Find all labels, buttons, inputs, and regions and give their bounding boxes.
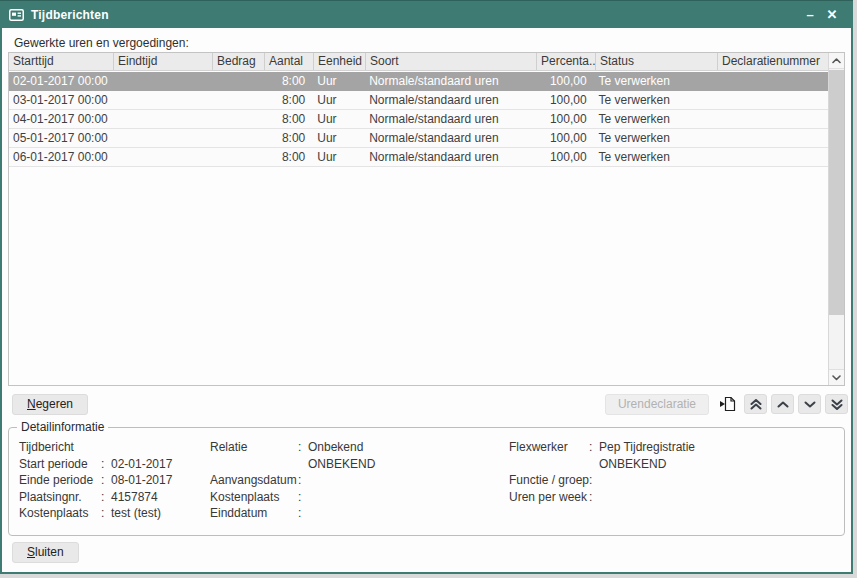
detail-row: Kostenplaats:test (test) [19,506,172,523]
scrollbar-thumb[interactable] [829,70,844,315]
worked-hours-table: StarttijdEindtijdBedragAantalEenheidSoor… [8,52,845,386]
last-record-button[interactable] [825,394,848,414]
detail-colon: : [298,473,308,490]
detail-label: Einddatum [210,506,298,523]
column-header-eenheid[interactable]: Eenheid [314,53,366,70]
column-header-soort[interactable]: Soort [366,53,537,70]
table-row[interactable]: 02-01-2017 00:008:00UurNormale/standaard… [9,72,828,91]
cell-starttijd: 03-01-2017 00:00 [9,91,114,109]
column-header-declaratienummer[interactable]: Declaratienummer [718,53,830,70]
detail-row: ONBEKEND [210,457,375,474]
cell-percentage: 100,00 [536,110,595,128]
column-header-eindtijd[interactable]: Eindtijd [114,53,213,70]
cell-percentage: 100,00 [536,72,595,90]
cell-status: Te verwerken [595,72,717,90]
cell-eenheid: Uur [313,129,365,147]
cell-soort: Normale/standaard uren [365,129,536,147]
detail-value: 08-01-2017 [111,473,172,490]
cell-eindtijd [114,110,213,128]
cell-status: Te verwerken [595,148,717,166]
detail-label [509,457,589,474]
detail-value: ONBEKEND [599,457,666,474]
sluiten-label: S [27,545,35,559]
chevron-up-icon [777,401,789,408]
sluiten-button[interactable]: Sluiten [12,542,79,563]
vertical-scrollbar[interactable] [828,53,844,385]
cell-declaratienummer [716,129,828,147]
action-button-row: Negeren Urendeclaratie [12,392,848,416]
detail-colon [101,440,111,457]
minimize-button[interactable]: – [799,4,821,26]
cell-soort: Normale/standaard uren [365,91,536,109]
titlebar[interactable]: Tijdberichten – ✕ [0,0,853,28]
next-record-button[interactable] [798,394,821,414]
column-header-status[interactable]: Status [596,53,718,70]
detail-colon [589,457,599,474]
detail-label: Kostenplaats [19,506,101,523]
detail-label: Start periode [19,457,101,474]
detail-label: Functie / groep [509,473,589,490]
cell-starttijd: 02-01-2017 00:00 [9,72,114,90]
table-row[interactable]: 05-01-2017 00:008:00UurNormale/standaard… [9,129,828,148]
detail-colon: : [589,490,599,507]
double-chevron-down-icon [831,399,843,410]
tijdberichten-window: Tijdberichten – ✕ Gewerkte uren en vergo… [0,0,853,574]
table-row[interactable]: 03-01-2017 00:008:00UurNormale/standaard… [9,91,828,110]
column-header-aantal[interactable]: Aantal [265,53,314,70]
goto-document-icon[interactable] [719,396,737,412]
detail-label: Relatie [210,440,298,457]
cell-starttijd: 05-01-2017 00:00 [9,129,114,147]
detail-value: 4157874 [111,490,158,507]
column-header-starttijd[interactable]: Starttijd [9,53,114,70]
cell-aantal: 8:00 [264,91,313,109]
urendeclaratie-button[interactable]: Urendeclaratie [605,394,709,415]
detail-row: ONBEKEND [509,457,695,474]
detail-row: Einddatum: [210,506,375,523]
cell-aantal: 8:00 [264,110,313,128]
column-header-bedrag[interactable]: Bedrag [213,53,265,70]
cell-starttijd: 06-01-2017 00:00 [9,148,114,166]
detail-colon [298,457,308,474]
scroll-up-button[interactable] [829,53,844,69]
cell-eenheid: Uur [313,110,365,128]
cell-status: Te verwerken [595,129,717,147]
detail-label [210,457,298,474]
timecard-icon [9,9,24,21]
cell-percentage: 100,00 [536,148,595,166]
previous-record-button[interactable] [771,394,794,414]
detail-colon: : [101,490,111,507]
cell-eindtijd [114,72,213,90]
detail-label: Aanvangsdatum [210,473,298,490]
detail-section: Detailinformatie TijdberichtStart period… [8,420,845,536]
detail-label: Flexwerker [509,440,589,457]
cell-eenheid: Uur [313,72,365,90]
negeren-label: N [27,397,36,411]
detail-colon: : [101,473,111,490]
scroll-down-button[interactable] [829,369,844,385]
cell-status: Te verwerken [595,110,717,128]
cell-starttijd: 04-01-2017 00:00 [9,110,114,128]
cell-eenheid: Uur [313,91,365,109]
detail-value: test (test) [111,506,161,523]
cell-bedrag [212,129,264,147]
detail-value: 02-01-2017 [111,457,172,474]
detail-colon: : [589,440,599,457]
close-button[interactable]: ✕ [821,4,843,26]
cell-status: Te verwerken [595,91,717,109]
column-header-percentage[interactable]: Percenta... [537,53,596,70]
detail-row: Tijdbericht [19,440,172,457]
cell-bedrag [212,148,264,166]
detail-colon: : [101,457,111,474]
table-row[interactable]: 04-01-2017 00:008:00UurNormale/standaard… [9,110,828,129]
table-row[interactable]: 06-01-2017 00:008:00UurNormale/standaard… [9,148,828,167]
detail-label: Uren per week [509,490,589,507]
first-record-button[interactable] [744,394,767,414]
cell-aantal: 8:00 [264,129,313,147]
cell-declaratienummer [716,72,828,90]
detail-label: Plaatsingnr. [19,490,101,507]
detail-colon: : [298,506,308,523]
cell-soort: Normale/standaard uren [365,72,536,90]
cell-aantal: 8:00 [264,148,313,166]
negeren-label-rest: egeren [36,397,73,411]
negeren-button[interactable]: Negeren [12,394,88,415]
